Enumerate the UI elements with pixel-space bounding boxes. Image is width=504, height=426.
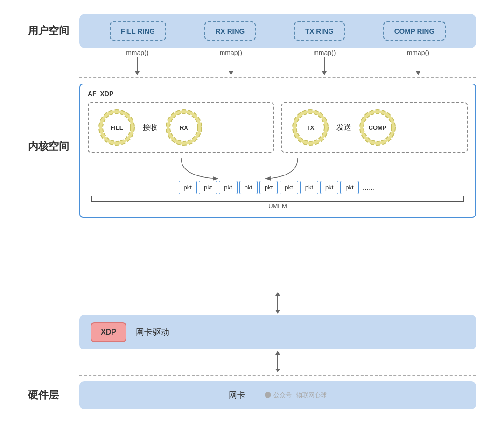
pkt-3: pkt bbox=[219, 181, 237, 194]
pkt-4: pkt bbox=[239, 181, 258, 194]
pkt-dots: ...... bbox=[361, 183, 377, 192]
tx-ring-group: TX bbox=[292, 109, 329, 146]
ring-to-umem-arrows bbox=[88, 158, 468, 179]
watermark-text: 公众号 · 物联网心球 bbox=[273, 391, 327, 399]
user-space-row: 用户空间 FILL RING RX RING TX RING COMP RING bbox=[28, 14, 476, 48]
rx-ring-group: RX bbox=[165, 109, 203, 146]
pkt-1: pkt bbox=[179, 181, 197, 194]
pkt-8: pkt bbox=[320, 181, 338, 194]
diagram-container: 用户空间 FILL RING RX RING TX RING COMP RING… bbox=[0, 0, 504, 426]
send-ring-container: TX 发送 COMP bbox=[281, 102, 468, 153]
pkt-2: pkt bbox=[199, 181, 217, 194]
hardware-row: 硬件层 网卡 公众号 · 物联网心球 bbox=[28, 381, 476, 409]
fill-ring-box: FILL RING bbox=[110, 21, 166, 41]
mmap-item-3: mmap() bbox=[313, 49, 336, 75]
xdp-box: XDP bbox=[91, 322, 126, 342]
kernel-content: AF_XDP FILL bbox=[79, 84, 476, 218]
nic-driver-content: XDP 网卡驱动 bbox=[79, 315, 476, 349]
arrow-down-1 bbox=[135, 57, 140, 75]
driver-to-hw-arrow bbox=[28, 349, 476, 374]
tx-ring-label: TX bbox=[307, 124, 315, 131]
mmap-label-3: mmap() bbox=[313, 49, 336, 56]
fill-ring-label: FILL bbox=[110, 124, 123, 131]
nic-driver-label: 网卡驱动 bbox=[136, 327, 169, 338]
kernel-space-row: 内核空间 AF_XDP bbox=[28, 84, 476, 291]
user-space-content: FILL RING RX RING TX RING COMP RING bbox=[79, 14, 476, 48]
mmap-label-1: mmap() bbox=[126, 49, 148, 56]
mmap-label-2: mmap() bbox=[220, 49, 242, 56]
nic-driver-box: XDP 网卡驱动 bbox=[79, 315, 476, 349]
af-xdp-box: AF_XDP FILL bbox=[79, 84, 476, 218]
mmap-item-4: mmap() bbox=[407, 49, 429, 75]
fill-ring-group: FILL bbox=[98, 109, 135, 146]
send-label: 发送 bbox=[336, 123, 351, 133]
mmap-row: mmap() mmap() mmap() bbox=[28, 48, 476, 76]
nic-label: 网卡 bbox=[229, 390, 245, 401]
umem-label: UMEM bbox=[268, 203, 287, 210]
tx-ring-circle: TX bbox=[292, 109, 329, 146]
kernel-to-driver-arrow bbox=[28, 291, 476, 315]
ring-containers-row: FILL 接收 RX bbox=[88, 102, 468, 153]
pkt-9: pkt bbox=[340, 181, 358, 194]
umem-section: pkt pkt pkt pkt pkt pkt pkt pkt pkt ....… bbox=[88, 181, 468, 210]
mmap-arrows: mmap() mmap() mmap() bbox=[79, 47, 476, 77]
mmap-item-2: mmap() bbox=[220, 49, 242, 75]
comp-ring-box: COMP RING bbox=[383, 21, 446, 41]
pkt-row: pkt pkt pkt pkt pkt pkt pkt pkt pkt ....… bbox=[88, 181, 468, 194]
fill-ring-circle: FILL bbox=[98, 109, 135, 146]
double-arrow-vert bbox=[275, 292, 280, 314]
rx-ring-label: RX bbox=[180, 124, 188, 131]
umem-bracket-section: UMEM bbox=[88, 196, 468, 210]
nic-driver-row: XDP 网卡驱动 bbox=[28, 315, 476, 349]
af-xdp-label: AF_XDP bbox=[88, 90, 468, 98]
rx-ring-box: RX RING bbox=[204, 21, 256, 41]
pkt-6: pkt bbox=[280, 181, 298, 194]
comp-ring-circle: COMP bbox=[359, 109, 396, 146]
kernel-space-label: 内核空间 bbox=[28, 84, 79, 154]
pkt-5: pkt bbox=[259, 181, 278, 194]
hardware-label: 硬件层 bbox=[28, 388, 79, 402]
user-space-label: 用户空间 bbox=[28, 24, 79, 38]
pkt-7: pkt bbox=[300, 181, 318, 194]
mmap-label-4: mmap() bbox=[407, 49, 429, 56]
tx-ring-box: TX RING bbox=[294, 21, 345, 41]
arrow-down-3 bbox=[322, 57, 327, 75]
wechat-watermark: 公众号 · 物联网心球 bbox=[264, 391, 327, 399]
rx-ring-circle: RX bbox=[165, 109, 203, 146]
double-arrow-vert-2 bbox=[275, 351, 280, 372]
receive-ring-container: FILL 接收 RX bbox=[88, 102, 274, 153]
nic-box: 网卡 公众号 · 物联网心球 bbox=[79, 381, 476, 409]
user-space-box: FILL RING RX RING TX RING COMP RING bbox=[79, 14, 476, 48]
arrow-down-2 bbox=[229, 57, 233, 75]
arrow-down-4 bbox=[416, 57, 420, 75]
mmap-item-1: mmap() bbox=[126, 49, 148, 75]
receive-label: 接收 bbox=[143, 123, 158, 133]
comp-ring-label: COMP bbox=[369, 124, 387, 131]
comp-ring-group: COMP bbox=[359, 109, 396, 146]
